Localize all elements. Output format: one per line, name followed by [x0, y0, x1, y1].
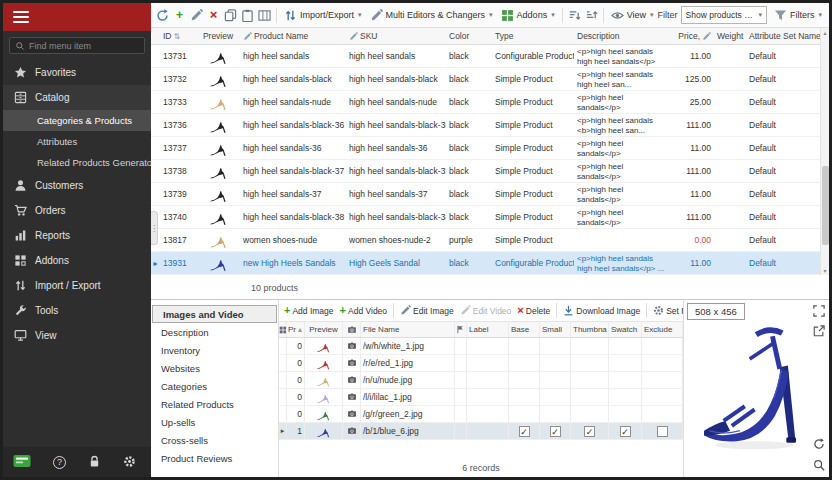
column-header-base[interactable]: Base [509, 322, 540, 337]
table-row[interactable]: ▸ 13931 new High Heels Sandals High Geel… [151, 252, 820, 275]
column-header-file-name[interactable]: File Name [361, 322, 455, 337]
refresh-button[interactable] [154, 5, 171, 25]
cell-exclude[interactable] [642, 338, 683, 354]
table-row[interactable]: 13737 high heel sandals-36 high heel san… [151, 137, 820, 160]
column-header-product-name[interactable]: Product Name [240, 28, 346, 44]
cell-base[interactable]: ✓ [509, 423, 540, 439]
sidebar-item-view[interactable]: View [3, 323, 151, 348]
cell-swatch[interactable] [609, 355, 642, 371]
sidebar-item-reports[interactable]: Reports [3, 223, 151, 248]
columns-button[interactable] [256, 5, 273, 25]
tab-categories[interactable]: Categories [151, 377, 278, 395]
scrollbar-thumb[interactable] [822, 166, 829, 245]
sidebar-item-catalog[interactable]: Catalog [3, 85, 151, 110]
sort-descending-button[interactable] [566, 5, 583, 25]
row-expander[interactable] [151, 45, 160, 67]
tab-product-reviews[interactable]: Product Reviews [151, 449, 278, 467]
cell-base[interactable] [509, 338, 540, 354]
settings-button[interactable] [123, 455, 136, 470]
set-resize-rule-button[interactable]: Set Resize Rule [650, 302, 683, 320]
expand-button[interactable] [811, 303, 826, 318]
search-input[interactable] [29, 41, 139, 51]
sidebar-item-orders[interactable]: Orders [3, 198, 151, 223]
camera-icon[interactable] [343, 355, 361, 371]
column-header-color[interactable]: Color [446, 28, 492, 44]
delete-product-button[interactable]: × [205, 5, 222, 25]
column-header-flag[interactable] [455, 322, 467, 337]
checkbox[interactable]: ✓ [519, 426, 530, 437]
checkbox[interactable]: ✓ [550, 426, 561, 437]
sidebar-item-customers[interactable]: Customers [3, 173, 151, 198]
column-header-swatch[interactable]: Swatch [609, 322, 642, 337]
column-header-exclude[interactable]: Exclude [642, 322, 683, 337]
row-expander[interactable] [151, 160, 160, 182]
rotate-button[interactable] [811, 436, 826, 451]
column-header-preview[interactable]: Preview [305, 322, 343, 337]
cell-exclude[interactable] [642, 406, 683, 422]
tab-websites[interactable]: Websites [151, 359, 278, 377]
row-expander[interactable] [279, 406, 287, 422]
cell-exclude[interactable] [642, 372, 683, 388]
column-header-small[interactable]: Small [540, 322, 571, 337]
filters-button[interactable]: Filters▾ [770, 5, 826, 25]
tab-inventory[interactable]: Inventory [151, 341, 278, 359]
cell-exclude[interactable] [642, 355, 683, 371]
column-header-id[interactable]: ID⇅ [160, 28, 196, 44]
cell-thumbnail[interactable] [571, 355, 609, 371]
category-filter-select[interactable]: Show products from selected categories▾ [681, 6, 767, 24]
sidebar-item-addons[interactable]: Addons [3, 248, 151, 273]
row-expander[interactable]: ▸ [151, 252, 160, 274]
camera-icon[interactable] [343, 406, 361, 422]
row-expander[interactable] [279, 355, 287, 371]
column-header-weight[interactable]: Weight [714, 28, 746, 44]
sidebar-search[interactable] [9, 37, 145, 54]
table-row[interactable]: 13817 women shoes-nude women shoes-nude-… [151, 229, 820, 252]
cell-thumbnail[interactable]: ✓ [571, 423, 609, 439]
column-header-description[interactable]: Description [574, 28, 672, 44]
pos-button[interactable] [13, 454, 31, 470]
cell-base[interactable] [509, 406, 540, 422]
column-header-price[interactable]: Price, [672, 28, 714, 44]
sort-ascending-button[interactable] [583, 5, 600, 25]
hamburger-menu-icon[interactable] [13, 11, 29, 23]
scroll-down-icon[interactable]: ▾ [823, 267, 826, 274]
cell-base[interactable] [509, 372, 540, 388]
table-row[interactable]: 13732 high heel sandals-black high heel … [151, 68, 820, 91]
cell-exclude[interactable] [642, 389, 683, 405]
column-header-priority[interactable]: Pr▴ [287, 322, 305, 337]
cell-thumbnail[interactable] [571, 406, 609, 422]
table-row[interactable]: 13733 high heel sandals-nude high heel s… [151, 91, 820, 114]
sidebar-item-categories-products[interactable]: Categories & Products [3, 110, 151, 131]
column-header-type[interactable]: Type [492, 28, 574, 44]
cell-swatch[interactable] [609, 338, 642, 354]
table-row[interactable]: 13731 high heel sandals high heel sandal… [151, 45, 820, 68]
camera-icon[interactable] [343, 389, 361, 405]
lock-button[interactable] [88, 455, 101, 470]
column-header-label[interactable]: Label [467, 322, 509, 337]
add-video-button[interactable]: +Add Video [337, 302, 391, 320]
media-row[interactable]: ▸ 1 /b/1/blue_6.jpg ✓ ✓ ✓ ✓ [279, 423, 683, 440]
cell-swatch[interactable] [609, 406, 642, 422]
copy-button[interactable] [222, 5, 239, 25]
camera-icon[interactable] [343, 338, 361, 354]
sidebar-item-related-products-generator[interactable]: Related Products Generator [3, 152, 151, 173]
column-header-camera[interactable] [343, 322, 361, 337]
media-row[interactable]: 0 /r/e/red_1.jpg [279, 355, 683, 372]
tab-description[interactable]: Description [151, 323, 278, 341]
sidebar-collapse-handle[interactable]: ⋮ [151, 211, 158, 245]
cell-swatch[interactable] [609, 372, 642, 388]
addons-menu[interactable]: Addons▾ [497, 5, 559, 25]
row-expander[interactable] [151, 137, 160, 159]
media-row[interactable]: 0 /l/i/lilac_1.jpg [279, 389, 683, 406]
vertical-scrollbar[interactable]: ▴ ▾ [820, 28, 829, 275]
cell-thumbnail[interactable] [571, 389, 609, 405]
row-expander[interactable] [151, 68, 160, 90]
cell-base[interactable] [509, 389, 540, 405]
cell-small[interactable] [540, 389, 571, 405]
media-row[interactable]: 0 /w/h/white_1.jpg [279, 338, 683, 355]
tab-up-sells[interactable]: Up-sells [151, 413, 278, 431]
column-header-sku[interactable]: SKU [346, 28, 446, 44]
sidebar-item-attributes[interactable]: Attributes [3, 131, 151, 152]
scroll-up-icon[interactable]: ▴ [823, 29, 826, 36]
checkbox[interactable]: ✓ [584, 426, 595, 437]
